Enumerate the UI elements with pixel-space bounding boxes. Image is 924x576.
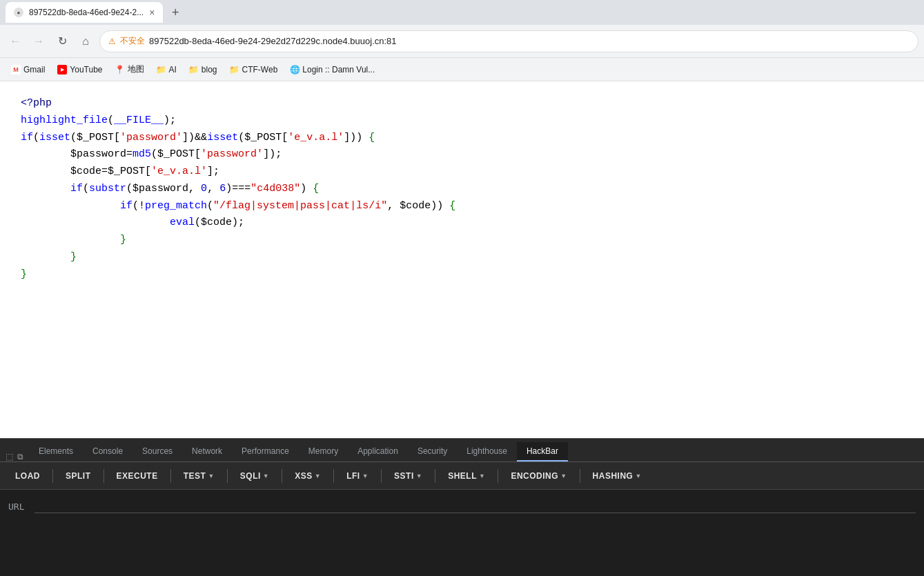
tab-memory[interactable]: Memory	[299, 442, 348, 461]
hackbar-xss-arrow: ▼	[315, 473, 321, 479]
security-warning-text: 不安全	[120, 35, 145, 47]
hackbar-divider-1	[52, 469, 53, 483]
hackbar-divider-4	[227, 469, 228, 483]
hackbar-url-label: URL	[8, 501, 29, 512]
tab-security[interactable]: Security	[408, 442, 457, 461]
bookmark-ai-label: AI	[169, 65, 177, 75]
tab-sources[interactable]: Sources	[132, 442, 182, 461]
hackbar-lfi-label: LFI	[346, 471, 360, 481]
hackbar-sqli-label: SQLI	[240, 471, 261, 481]
hackbar-divider-7	[381, 469, 382, 483]
gmail-icon: M	[11, 65, 21, 75]
new-tab-button[interactable]: +	[166, 3, 185, 22]
bookmark-login-label: Login :: Damn Vul...	[302, 65, 375, 75]
tab-hackbar[interactable]: HackBar	[517, 442, 568, 461]
addressbar: ← → ↻ ⌂ ⚠ 不安全 897522db-8eda-46ed-9e24-29…	[0, 25, 924, 58]
hackbar-xss-dropdown[interactable]: XSS ▼	[288, 468, 328, 484]
hackbar-divider-6	[333, 469, 334, 483]
devtools-tabs-bar: ⬚ ⧉ Elements Console Sources Network Per…	[0, 439, 924, 462]
hackbar-shell-label: SHELL	[448, 471, 477, 481]
hackbar-lfi-dropdown[interactable]: LFI ▼	[340, 468, 375, 484]
home-button[interactable]: ⌂	[76, 32, 95, 51]
tab-performance[interactable]: Performance	[232, 442, 299, 461]
hackbar-execute-button[interactable]: EXECUTE	[110, 468, 165, 484]
bookmark-ai[interactable]: 📁 AI	[151, 62, 182, 77]
bookmark-ctf-label: CTF-Web	[242, 65, 278, 75]
hackbar-lfi-arrow: ▼	[362, 473, 368, 479]
hackbar-divider-9	[498, 469, 498, 483]
hackbar-toolbar: LOAD SPLIT EXECUTE TEST ▼ SQLI ▼ XSS ▼ L…	[0, 462, 924, 490]
tab-network[interactable]: Network	[182, 442, 232, 461]
folder-blog-icon: 📁	[189, 65, 199, 75]
bookmark-maps[interactable]: 📍 地图	[110, 61, 150, 78]
hackbar-encoding-label: ENCODING	[511, 471, 558, 481]
hackbar-divider-3	[170, 469, 171, 483]
hackbar-load-button[interactable]: LOAD	[8, 468, 47, 484]
folder-ai-icon: 📁	[157, 65, 166, 75]
bookmark-maps-label: 地图	[128, 63, 144, 75]
security-warning-icon: ⚠	[108, 37, 116, 46]
hackbar-ssti-arrow: ▼	[416, 473, 422, 479]
devtools-panel: ⬚ ⧉ Elements Console Sources Network Per…	[0, 438, 924, 576]
hackbar-divider-10	[580, 469, 580, 483]
bookmark-youtube[interactable]: ▶ YouTube	[52, 62, 108, 77]
devtools-icons-area: ⬚ ⧉	[6, 452, 29, 461]
tab-application[interactable]: Application	[348, 442, 408, 461]
tab-favicon: ●	[14, 8, 23, 17]
hackbar-url-input[interactable]	[35, 499, 916, 513]
bookmark-youtube-label: YouTube	[70, 65, 102, 75]
hackbar-shell-arrow: ▼	[479, 473, 485, 479]
hackbar-url-area: URL	[0, 490, 924, 523]
globe-login-icon: 🌐	[290, 65, 299, 75]
hackbar-xss-label: XSS	[295, 471, 313, 481]
hackbar-divider-5	[282, 469, 282, 483]
hackbar-test-dropdown[interactable]: TEST ▼	[177, 468, 222, 484]
hackbar-divider-2	[104, 469, 104, 483]
inspect-icon[interactable]: ⬚	[6, 452, 13, 461]
bookmark-gmail[interactable]: M Gmail	[6, 62, 50, 77]
hackbar-test-arrow: ▼	[208, 473, 214, 479]
hackbar-divider-8	[435, 469, 435, 483]
forward-button[interactable]: →	[29, 32, 48, 51]
hackbar-split-button[interactable]: SPLIT	[59, 468, 98, 484]
bookmark-login[interactable]: 🌐 Login :: Damn Vul...	[284, 62, 380, 77]
bookmark-blog[interactable]: 📁 blog	[184, 62, 223, 77]
bookmark-ctf[interactable]: 📁 CTF-Web	[224, 62, 284, 77]
tab-elements[interactable]: Elements	[29, 442, 83, 461]
hackbar-encoding-arrow: ▼	[560, 473, 567, 479]
address-box[interactable]: ⚠ 不安全 897522db-8eda-46ed-9e24-29e2d27d22…	[99, 30, 918, 52]
bookmarks-bar: M Gmail ▶ YouTube 📍 地图 📁 AI 📁 blog 📁 CTF…	[0, 58, 924, 81]
php-code: <?php highlight_file(__FILE__); if(isset…	[21, 95, 903, 283]
hackbar-hashing-arrow: ▼	[635, 473, 641, 479]
hackbar-ssti-label: SSTI	[394, 471, 414, 481]
hackbar-test-label: TEST	[184, 471, 206, 481]
hackbar-encoding-dropdown[interactable]: ENCODING ▼	[504, 468, 573, 484]
bookmark-blog-label: blog	[201, 65, 217, 75]
hackbar-ssti-dropdown[interactable]: SSTI ▼	[387, 468, 429, 484]
hackbar-sqli-arrow: ▼	[263, 473, 269, 479]
hackbar-hashing-dropdown[interactable]: HASHING ▼	[586, 468, 649, 484]
back-button[interactable]: ←	[6, 32, 25, 51]
youtube-icon: ▶	[57, 65, 67, 75]
hackbar-hashing-label: HASHING	[593, 471, 633, 481]
address-url-text: 897522db-8eda-46ed-9e24-29e2d27d229c.nod…	[149, 36, 397, 46]
hackbar-sqli-dropdown[interactable]: SQLI ▼	[233, 468, 276, 484]
tab-close-icon[interactable]: ×	[149, 7, 155, 18]
bookmark-gmail-label: Gmail	[23, 65, 45, 75]
browser-tab[interactable]: ● 897522db-8eda-46ed-9e24-2... ×	[6, 2, 163, 23]
main-content: <?php highlight_file(__FILE__); if(isset…	[0, 81, 924, 438]
titlebar: ● 897522db-8eda-46ed-9e24-2... × +	[0, 0, 924, 25]
maps-icon: 📍	[115, 65, 125, 75]
device-icon[interactable]: ⧉	[17, 452, 23, 461]
tab-lighthouse[interactable]: Lighthouse	[457, 442, 517, 461]
hackbar-shell-dropdown[interactable]: SHELL ▼	[441, 468, 492, 484]
tab-title: 897522db-8eda-46ed-9e24-2...	[29, 8, 144, 17]
tab-console[interactable]: Console	[83, 442, 132, 461]
folder-ctf-icon: 📁	[230, 65, 239, 75]
reload-button[interactable]: ↻	[52, 32, 72, 51]
